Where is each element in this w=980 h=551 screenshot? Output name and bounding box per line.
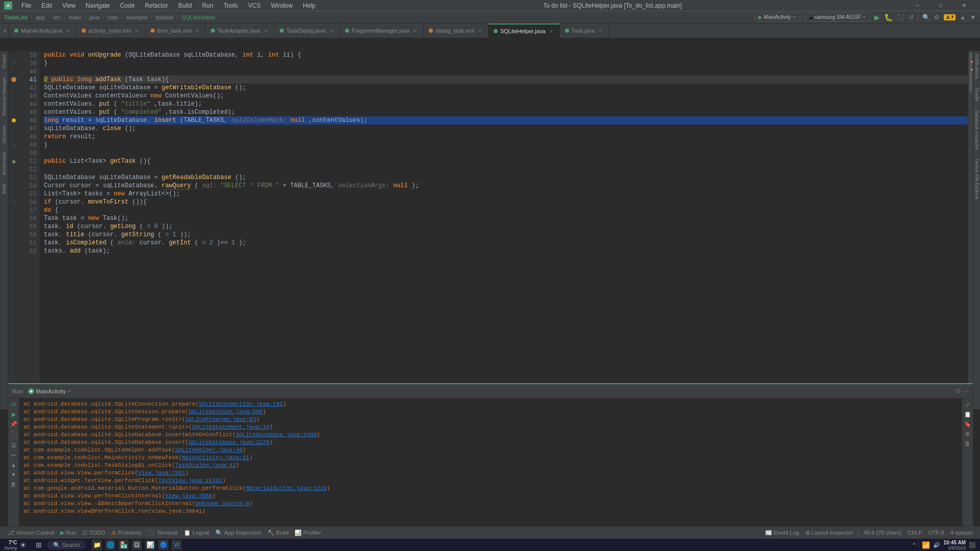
taskbar-file-explorer[interactable]: 📁 xyxy=(92,540,102,550)
project-panel-label[interactable]: Project xyxy=(0,51,8,71)
show-desktop-icon[interactable]: ⬛ xyxy=(969,542,976,548)
database-inspector-label[interactable]: Database Inspector xyxy=(973,107,980,153)
stop-run-icon[interactable]: ▶ xyxy=(10,410,18,418)
log-link-14[interactable]: Unknown Source:0 xyxy=(195,500,250,507)
filter-icon[interactable]: ☰ xyxy=(10,441,18,449)
tab-activity-main-xml[interactable]: activity_main.xml ✕ xyxy=(77,23,145,38)
tab-dialog-task-xml[interactable]: dialog_task.xml ✕ xyxy=(424,23,488,38)
restart-icon[interactable]: ↺ xyxy=(10,400,18,409)
taskbar-powerpoint[interactable]: 📊 xyxy=(145,540,155,550)
up-arrow-icon[interactable]: ▲ xyxy=(10,461,18,469)
stop-icon-red[interactable]: ⬛ xyxy=(10,430,18,438)
menu-refactor[interactable]: Refactor xyxy=(141,1,172,10)
menu-tools[interactable]: Tools xyxy=(219,1,242,10)
tab-close-taskdialog[interactable]: ✕ xyxy=(328,28,334,34)
clock-widget[interactable]: 10:45 AM 1/8/2023 xyxy=(943,540,966,550)
log-link-3[interactable]: SQLiteProgram.java:63 xyxy=(185,416,256,422)
taskbar-search[interactable]: 🔍 Search xyxy=(47,540,86,549)
taskbar-store[interactable]: 🏪 xyxy=(118,540,129,550)
sync-button[interactable]: ↺ xyxy=(909,14,914,21)
terminal-btn[interactable]: ⬛ Terminal xyxy=(144,529,181,537)
chevron-down-icon[interactable]: ▼ xyxy=(970,14,976,21)
menu-navigate[interactable]: Navigate xyxy=(82,1,114,10)
taskbar-photos[interactable]: 🖼 xyxy=(132,540,142,550)
menu-build[interactable]: Build xyxy=(174,1,196,10)
encoding-btn[interactable]: UTF-8 xyxy=(925,529,947,537)
chevron-tray-icon[interactable]: ^ xyxy=(913,542,915,548)
log-link-8[interactable]: MainActivity.java:51 xyxy=(182,455,249,461)
breakpoint-41[interactable] xyxy=(11,77,16,82)
right-icon-3[interactable]: 🔖 xyxy=(964,420,972,428)
profiler-btn[interactable]: 📊 Profiler xyxy=(291,529,324,537)
todo-btn[interactable]: ☑ TODO xyxy=(79,529,108,537)
run-status-btn[interactable]: ▶ Run xyxy=(57,529,79,537)
log-link-6[interactable]: SQLiteDatabase.java:2279 xyxy=(188,439,269,445)
editor-scrollbar-thumb[interactable] xyxy=(969,52,972,93)
tab-close-dialog-task[interactable]: ✕ xyxy=(477,28,483,34)
tab-item-task-xml[interactable]: item_task.xml ✕ xyxy=(145,23,206,38)
stop-button[interactable]: ⬛ xyxy=(897,14,904,21)
version-control-btn[interactable]: ⎇ Version Control xyxy=(4,528,57,537)
build-btn[interactable]: 🔨 Build xyxy=(264,529,291,537)
tab-close-activity-main[interactable]: ✕ xyxy=(134,28,140,34)
volume-icon[interactable]: 🔊 xyxy=(933,542,940,548)
log-link-9[interactable]: TaskDialog.java:43 xyxy=(175,462,236,468)
close-button[interactable]: ✕ xyxy=(952,0,976,11)
chevron-up-icon[interactable]: ▲ xyxy=(960,14,966,21)
log-link-2[interactable]: SQLiteSession.java:590 xyxy=(188,409,262,415)
build-panel-label[interactable]: Build xyxy=(0,181,8,197)
log-link-4[interactable]: SQLiteStatement.java:34 xyxy=(192,424,270,430)
fold-56[interactable]: ▽ xyxy=(12,199,15,205)
device-dropdown[interactable]: 📱 samsung SM-A515F ▼ xyxy=(804,13,870,21)
tab-close-item-task[interactable]: ✕ xyxy=(194,28,200,34)
down-arrow-icon[interactable]: ▼ xyxy=(10,470,18,479)
left-panel-toggle[interactable]: ◀ xyxy=(0,23,9,38)
main-activity-run-tab[interactable]: ▶ MainActivity ✕ xyxy=(28,388,71,394)
editor-scrollbar[interactable] xyxy=(968,51,973,409)
search-toolbar-button[interactable]: 🔍 xyxy=(922,14,930,21)
menu-view[interactable]: View xyxy=(58,1,80,10)
log-link-1[interactable]: SQLiteConnection.java:741 xyxy=(199,401,283,407)
taskbar-chrome[interactable]: 🌐 xyxy=(105,540,115,550)
device-file-explorer-label[interactable]: Device File Explorer xyxy=(973,156,980,203)
logcat-btn[interactable]: 📋 Logcat xyxy=(181,529,212,537)
menu-code[interactable]: Code xyxy=(116,1,139,10)
menu-run[interactable]: Run xyxy=(198,1,217,10)
maximize-button[interactable]: □ xyxy=(929,0,952,11)
debug-button[interactable]: 🐛 xyxy=(884,13,893,21)
fold-49[interactable]: ▽ xyxy=(12,142,15,147)
wrap-icon[interactable]: ↩ xyxy=(10,451,18,459)
panel-gear-icon[interactable]: ⚙ xyxy=(955,387,961,395)
right-icon-1[interactable]: ⤢ xyxy=(964,400,972,409)
bookmarks-label[interactable]: Bookmarks xyxy=(0,149,8,178)
menu-edit[interactable]: Edit xyxy=(37,1,56,10)
event-log-btn[interactable]: 📰 Event Log xyxy=(762,529,802,537)
layout-inspector-btn[interactable]: ⊞ Layout Inspector xyxy=(802,529,856,537)
right-icon-2[interactable]: 📋 xyxy=(964,410,972,418)
tab-close-mainactivity[interactable]: ✕ xyxy=(65,28,71,34)
log-link-5[interactable]: SQLiteDatabase.java:2408 xyxy=(236,432,316,438)
log-link-7[interactable]: SQLiteHelper.java:46 xyxy=(175,447,242,453)
tab-close-taskadapter[interactable]: ✕ xyxy=(263,28,269,34)
right-icon-4[interactable]: ⊕ xyxy=(964,430,972,438)
settings-toolbar-button[interactable]: ⚙ xyxy=(934,14,940,21)
wifi-icon[interactable]: 📶 xyxy=(922,541,930,549)
tab-close-fragmentmanager[interactable]: ✕ xyxy=(412,28,418,34)
right-icon-5[interactable]: 🗑 xyxy=(964,439,972,447)
menu-file[interactable]: File xyxy=(17,1,35,10)
tab-task[interactable]: Task.java ✕ xyxy=(560,23,609,38)
minimize-button[interactable]: ─ xyxy=(905,0,929,11)
run-button[interactable]: ▶ xyxy=(874,13,880,21)
tab-fragmentmanager[interactable]: FragmentManager.java ✕ xyxy=(340,23,424,38)
log-link-11[interactable]: TextView.java:16201 xyxy=(158,478,222,484)
clear-icon[interactable]: 🗑 xyxy=(10,480,18,488)
line-sep-btn[interactable]: CRLF xyxy=(904,529,925,537)
problems-btn[interactable]: ⚠ Problems xyxy=(108,529,144,537)
tab-close-task[interactable]: ✕ xyxy=(597,28,603,34)
log-output[interactable]: at android.database.sqlite.SQLiteConnect… xyxy=(19,398,962,526)
gradle-label[interactable]: Gradle xyxy=(973,85,980,105)
tab-taskdialog[interactable]: TaskDialog.java ✕ xyxy=(275,23,340,38)
pin-icon[interactable]: 📌 xyxy=(10,420,18,428)
notifications-label[interactable]: Notifications xyxy=(973,51,980,82)
log-link-10[interactable]: View.java:7881 xyxy=(138,470,185,476)
